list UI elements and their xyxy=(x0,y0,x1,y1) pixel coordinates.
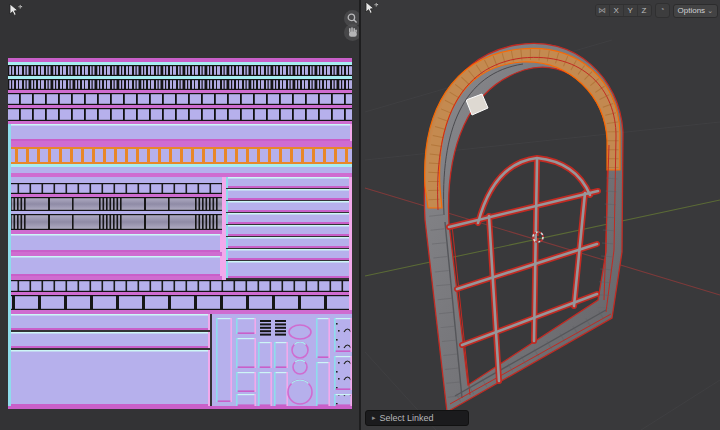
uv-island xyxy=(274,372,288,406)
uv-strip xyxy=(8,76,352,79)
uv-island xyxy=(316,318,330,358)
operator-redo-panel[interactable]: ▸ Select Linked xyxy=(365,410,469,426)
uv-strip xyxy=(8,234,222,252)
uv-strip xyxy=(8,121,352,124)
uv-strip xyxy=(8,173,352,177)
uv-island xyxy=(258,372,272,406)
chevron-down-icon: ⌄ xyxy=(707,5,713,17)
uv-strip xyxy=(8,252,222,256)
uv-strip xyxy=(8,256,222,276)
proportional-falloff-icon[interactable]: ◔ xyxy=(655,3,670,18)
uv-strip xyxy=(8,332,210,348)
uv-strip xyxy=(8,230,222,234)
mirror-z-toggle[interactable]: Z xyxy=(638,5,651,16)
mirror-axis-group: ⋈ X Y Z xyxy=(595,4,652,17)
uv-strip xyxy=(8,62,352,65)
blender-window: ⋈ X Y Z ◔ Options ⌄ ▸ Select Linked xyxy=(0,0,720,430)
options-label: Options xyxy=(678,5,706,17)
uv-strip xyxy=(8,58,352,62)
muntin-grid xyxy=(449,158,598,381)
uv-island xyxy=(236,394,256,406)
uv-strip xyxy=(8,167,352,173)
uv-strip xyxy=(8,141,352,147)
options-dropdown[interactable]: Options ⌄ xyxy=(673,4,718,18)
uv-strip xyxy=(8,310,352,314)
uv-island xyxy=(274,342,288,368)
uv-strip xyxy=(8,314,210,330)
uv-island xyxy=(258,342,272,368)
uv-strip xyxy=(349,177,352,310)
uv-strip xyxy=(8,124,352,141)
uv-strip xyxy=(8,177,222,183)
expand-arrow-icon: ▸ xyxy=(372,414,376,422)
uv-strip xyxy=(8,90,352,93)
uv-strip xyxy=(8,124,11,406)
viewport-3d-panel[interactable]: ⋈ X Y Z ◔ Options ⌄ ▸ Select Linked xyxy=(361,0,720,430)
mirror-y-toggle[interactable]: Y xyxy=(624,5,638,16)
uv-island xyxy=(316,362,330,406)
uv-strip xyxy=(8,164,352,167)
uv-strip xyxy=(8,276,222,280)
uv-strip xyxy=(8,211,222,214)
mirror-x-toggle[interactable]: X xyxy=(610,5,624,16)
mirror-icon[interactable]: ⋈ xyxy=(596,5,610,16)
uv-strip xyxy=(8,194,222,197)
viewport-header-overlay: ⋈ X Y Z ◔ Options ⌄ xyxy=(595,3,718,18)
uv-strip xyxy=(8,350,210,406)
uv-island xyxy=(216,318,232,402)
uv-island xyxy=(236,372,256,392)
uv-island xyxy=(236,318,256,334)
hand-icon xyxy=(345,25,360,40)
viewport-scene xyxy=(361,0,720,430)
uv-island-ellipse xyxy=(289,325,311,339)
uv-editor-panel[interactable] xyxy=(0,0,359,430)
operator-label: Select Linked xyxy=(380,413,434,423)
uv-strip xyxy=(8,105,352,108)
uv-strip xyxy=(8,406,352,409)
uv-island xyxy=(236,338,256,368)
uv-strip xyxy=(222,177,226,280)
uv-strip xyxy=(8,292,352,295)
uv-strip xyxy=(226,261,352,278)
uv-baked-texture xyxy=(0,0,359,430)
